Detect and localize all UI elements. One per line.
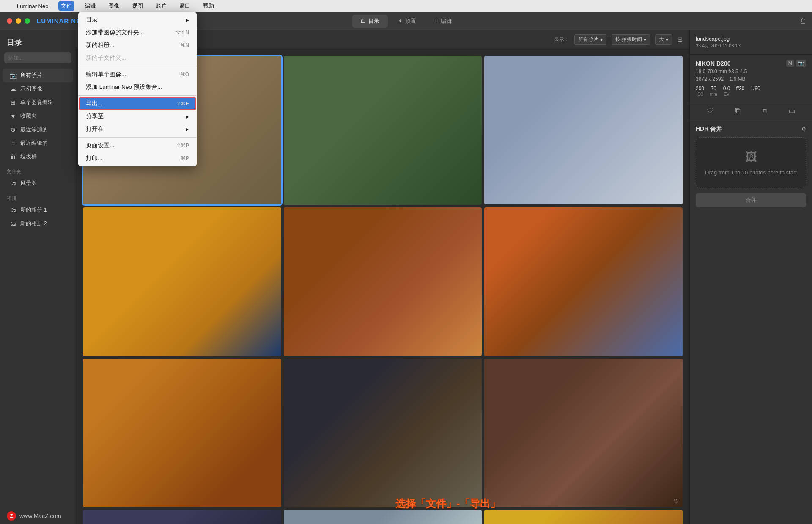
lens-info: 18.0-70.0 mm f/3.5-4.5: [696, 69, 806, 74]
heart-action-icon[interactable]: ♡: [707, 106, 713, 116]
chevron-down-icon: ▾: [600, 37, 603, 43]
sidebar-item-recently-edited[interactable]: ≡ 最近编辑的: [3, 136, 73, 150]
menu-item-print[interactable]: 打印... ⌘P: [79, 152, 196, 165]
menu-item-export[interactable]: 导出... ⇧⌘E: [79, 97, 196, 110]
grid-view-icon[interactable]: ⊞: [677, 36, 683, 44]
tab-edit[interactable]: ≡ 编辑: [426, 15, 460, 28]
separator-3: [78, 137, 197, 138]
menubar-file[interactable]: 文件: [58, 1, 74, 11]
photo-thumb-3[interactable]: [484, 56, 683, 204]
menu-item-open-in[interactable]: 打开在 ▶: [79, 123, 196, 135]
hdr-title: HDR 合并: [696, 125, 722, 133]
sidebar-item-single-edit[interactable]: ⊞ 单个图像编辑: [3, 96, 73, 109]
separator-1: [78, 66, 197, 66]
ev-value: 0.0: [723, 85, 730, 91]
folders-section-label: 文件夹: [0, 163, 76, 177]
menu-item-add-folder[interactable]: 添加带图像的文件夹... ⌥⇧N: [79, 26, 196, 39]
presets-tab-icon: ✦: [398, 18, 403, 24]
photo-thumb-2[interactable]: [284, 56, 482, 205]
badge-m: M: [786, 60, 794, 67]
presets-tab-label: 预置: [405, 17, 416, 25]
sidebar-item-label: 所有照片: [20, 72, 42, 79]
photo-thumb-11[interactable]: [284, 510, 482, 524]
shortcut-add-folder: ⌥⇧N: [175, 30, 189, 36]
exif-aperture: f/20: [736, 85, 744, 97]
photo-thumb-5[interactable]: [284, 207, 482, 356]
sidebar-search[interactable]: [4, 52, 71, 63]
menubar-account[interactable]: 账户: [153, 1, 169, 11]
sort-filter[interactable]: 按 拍摄时间 ▾: [612, 34, 650, 45]
menu-item-page-setup[interactable]: 页面设置... ⇧⌘P: [79, 139, 196, 152]
hdr-merge-button[interactable]: 合并: [696, 193, 806, 207]
size-filter[interactable]: 大 ▾: [655, 34, 672, 45]
menubar-app-name[interactable]: Luminar Neo: [14, 2, 51, 10]
photo-thumb-12[interactable]: [484, 510, 683, 524]
photo-thumb-9[interactable]: ♡: [484, 359, 683, 507]
watermark: Z www.MacZ.com: [7, 511, 61, 521]
copy-action-icon[interactable]: ⧉: [735, 106, 741, 116]
sample-images-icon: ☁: [9, 85, 17, 92]
sidebar-item-landscapes[interactable]: 🗂 风景图: [3, 177, 73, 190]
menu-item-add-presets[interactable]: 添加 Luminar Neo 预设集合...: [79, 81, 196, 94]
hdr-settings-icon[interactable]: ⚙: [801, 126, 806, 132]
file-dropdown-menu: 目录 ▶ 添加带图像的文件夹... ⌥⇧N 新的相册... ⌘N 新的子文件夹.…: [78, 12, 197, 166]
sidebar-item-label: 新的相册 1: [20, 206, 47, 214]
sidebar-item-recently-added[interactable]: ⊕ 最近添加的: [3, 123, 73, 136]
aperture-value: f/20: [736, 85, 744, 91]
iso-value: 200: [696, 85, 704, 91]
sidebar-item-sample-images[interactable]: ☁ 示例图像: [3, 82, 73, 96]
hdr-drop-zone[interactable]: 🖼 Drag from 1 to 10 photos here to start: [696, 137, 806, 188]
shortcut-new-album: ⌘N: [180, 42, 189, 48]
close-button[interactable]: [7, 18, 12, 24]
menubar-view[interactable]: 视图: [129, 1, 145, 11]
exif-iso: 200 ISO: [696, 85, 704, 97]
sidebar-item-label: 最近添加的: [20, 126, 48, 133]
menubar-help[interactable]: 帮助: [200, 1, 217, 11]
menu-item-edit-single[interactable]: 编辑单个图像... ⌘O: [79, 68, 196, 81]
hdr-section: HDR 合并 ⚙ 🖼 Drag from 1 to 10 photos here…: [690, 120, 812, 524]
share-button[interactable]: ⎙: [801, 17, 805, 25]
hdr-drop-text: Drag from 1 to 10 photos here to start: [705, 169, 797, 177]
menubar-window[interactable]: 窗口: [177, 1, 193, 11]
sidebar-item-new-album-1[interactable]: 🗂 新的相册 1: [3, 203, 73, 217]
sort-value: 按 拍摄时间: [615, 36, 642, 43]
sidebar-item-new-album-2[interactable]: 🗂 新的相册 2: [3, 217, 73, 230]
photo-thumb-8[interactable]: ♥: [284, 359, 482, 507]
heart-icon: ♡: [674, 498, 679, 505]
favorites-icon: ♥: [9, 113, 17, 119]
menubar-edit[interactable]: 编辑: [82, 1, 98, 11]
photo-thumb-4[interactable]: [83, 207, 281, 356]
sidebar-item-all-photos[interactable]: 📷 所有照片: [3, 69, 73, 82]
sidebar-title: 目录: [0, 36, 76, 52]
all-photos-icon: 📷: [9, 72, 17, 79]
menu-item-share-to[interactable]: 分享至 ▶: [79, 110, 196, 123]
edit-tab-label: 编辑: [441, 17, 452, 25]
photo-thumb-10[interactable]: [83, 510, 281, 524]
sidebar: 目录 📷 所有照片 ☁ 示例图像 ⊞ 单个图像编辑 ♥ 收藏夹 ⊕ 最近添加的: [0, 30, 76, 524]
shortcut-print: ⌘P: [181, 155, 189, 161]
sidebar-item-trash[interactable]: 🗑 垃圾桶: [3, 150, 73, 163]
paste-action-icon[interactable]: ⧈: [762, 106, 767, 116]
mm-value: 70: [711, 85, 716, 91]
tab-catalog[interactable]: 🗂 目录: [352, 15, 388, 28]
exif-mm: 70 mm: [710, 85, 717, 97]
album-icon-2: 🗂: [9, 220, 17, 227]
menubar-image[interactable]: 图像: [106, 1, 122, 11]
menu-item-new-subfolder: 新的子文件夹...: [79, 52, 196, 64]
minimize-button[interactable]: [16, 18, 21, 24]
maximize-button[interactable]: [25, 18, 30, 24]
more-action-icon[interactable]: ▭: [788, 106, 796, 116]
display-filter[interactable]: 所有照片 ▾: [574, 34, 606, 45]
hdr-header: HDR 合并 ⚙: [696, 125, 806, 133]
menu-item-new-album[interactable]: 新的相册... ⌘N: [79, 39, 196, 52]
menu-item-catalog[interactable]: 目录 ▶: [79, 14, 196, 26]
sidebar-item-label: 垃圾桶: [20, 153, 37, 160]
badge-camera-icon: 📷: [796, 60, 806, 67]
photo-thumb-6[interactable]: [484, 207, 683, 356]
sidebar-item-label: 收藏夹: [20, 112, 37, 120]
tab-presets[interactable]: ✦ 预置: [390, 15, 425, 28]
iso-label: ISO: [696, 92, 703, 97]
sidebar-item-label: 示例图像: [20, 85, 42, 93]
sidebar-item-favorites[interactable]: ♥ 收藏夹: [3, 109, 73, 123]
photo-thumb-7[interactable]: [83, 359, 281, 507]
